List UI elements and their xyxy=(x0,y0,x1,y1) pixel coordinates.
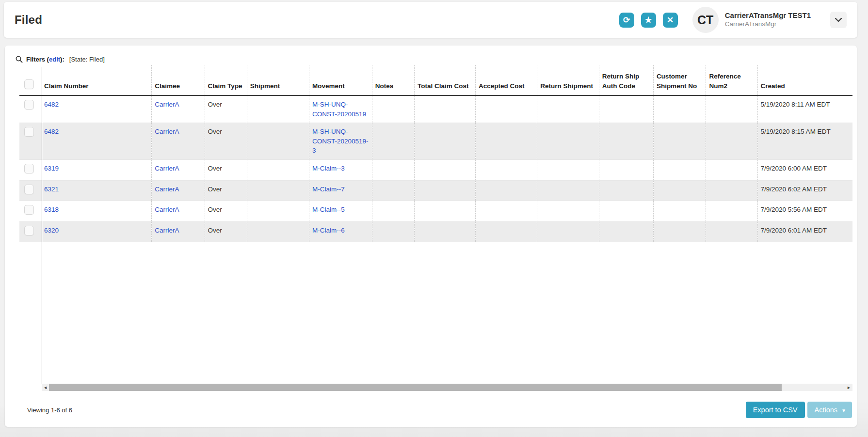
claim-number-link[interactable]: 6318 xyxy=(44,206,59,213)
row-checkbox-cell xyxy=(19,201,41,222)
claimee-link[interactable]: CarrierA xyxy=(155,128,179,135)
cell-return-ship-auth-code xyxy=(599,123,653,160)
row-checkbox[interactable] xyxy=(24,185,34,194)
actions-dropdown-button[interactable]: Actions▼ xyxy=(807,402,852,418)
cell-return-ship-auth-code xyxy=(599,201,653,222)
refresh-button[interactable]: ⟳ xyxy=(619,13,634,28)
cell-shipment xyxy=(247,221,309,242)
cell-accepted-cost xyxy=(475,159,537,180)
chevron-down-icon xyxy=(835,16,842,24)
cell-movement: M-Claim--7 xyxy=(309,180,372,201)
claim-number-link[interactable]: 6482 xyxy=(44,101,59,108)
cell-reference-num2 xyxy=(706,123,757,160)
cell-accepted-cost xyxy=(475,201,537,222)
close-icon: ✕ xyxy=(667,16,674,24)
cell-customer-shipment-no xyxy=(653,95,706,123)
row-checkbox-cell xyxy=(19,123,41,160)
movement-link[interactable]: M-SH-UNQ-CONST-20200519-3 xyxy=(312,128,369,154)
scrollbar-thumb[interactable] xyxy=(49,384,782,391)
claim-number-link[interactable]: 6319 xyxy=(44,165,59,172)
user-name: CarrierATransMgr TEST1 xyxy=(725,11,811,20)
scrollbar-track[interactable] xyxy=(49,384,845,391)
claimee-link[interactable]: CarrierA xyxy=(155,165,179,172)
column-header-return-ship-auth-code[interactable]: Return ShipAuth Code xyxy=(599,65,653,95)
cell-claimee: CarrierA xyxy=(152,201,205,222)
row-checkbox[interactable] xyxy=(24,100,34,109)
cell-claimee: CarrierA xyxy=(152,159,205,180)
cell-created: 7/9/2020 6:01 AM EDT xyxy=(757,221,852,242)
favorite-icon: ★ xyxy=(645,16,652,24)
row-checkbox[interactable] xyxy=(24,164,34,173)
row-checkbox[interactable] xyxy=(24,127,34,137)
user-role: CarrierATransMgr xyxy=(725,20,811,29)
cell-shipment xyxy=(247,95,309,123)
header-icon-buttons: ⟳★✕ xyxy=(612,13,678,28)
cell-total-claim-cost xyxy=(414,123,475,160)
column-header-shipment[interactable]: Shipment xyxy=(247,65,309,95)
column-header-claim-type[interactable]: Claim Type xyxy=(205,65,247,95)
claimee-link[interactable]: CarrierA xyxy=(155,101,179,108)
scroll-right-arrow[interactable]: ► xyxy=(845,384,852,391)
claimee-link[interactable]: CarrierA xyxy=(155,186,179,193)
select-all-header-cell xyxy=(19,65,41,95)
cell-total-claim-cost xyxy=(414,221,475,242)
cell-total-claim-cost xyxy=(414,95,475,123)
horizontal-scrollbar[interactable]: ◄ ► xyxy=(42,384,852,391)
column-header-accepted-cost[interactable]: Accepted Cost xyxy=(475,65,537,95)
claims-panel: Filters (edit): [State: Filed] Claim Num… xyxy=(5,46,857,427)
cell-notes xyxy=(372,159,414,180)
claimee-link[interactable]: CarrierA xyxy=(155,227,179,234)
claim-number-link[interactable]: 6482 xyxy=(44,128,59,135)
movement-link[interactable]: M-Claim--3 xyxy=(312,165,345,172)
table-viewport: Claim NumberClaimeeClaim TypeShipmentMov… xyxy=(19,65,852,384)
select-all-checkbox[interactable] xyxy=(24,79,34,89)
filters-state-text: [State: Filed] xyxy=(69,56,105,63)
cell-claim-type: Over xyxy=(205,201,247,222)
filters-bar: Filters (edit): [State: Filed] xyxy=(5,46,857,65)
row-checkbox-cell xyxy=(19,180,41,201)
movement-link[interactable]: M-SH-UNQ-CONST-20200519 xyxy=(312,101,366,118)
table-row: 6482CarrierAOverM-SH-UNQ-CONST-202005195… xyxy=(19,95,852,123)
column-header-customer-shipment-no[interactable]: CustomerShipment No xyxy=(653,65,706,95)
cell-notes xyxy=(372,180,414,201)
cell-reference-num2 xyxy=(706,201,757,222)
filters-edit-link[interactable]: edit xyxy=(49,56,60,63)
scroll-left-arrow[interactable]: ◄ xyxy=(42,384,49,391)
column-header-notes[interactable]: Notes xyxy=(372,65,414,95)
movement-link[interactable]: M-Claim--6 xyxy=(312,227,345,234)
user-menu-button[interactable] xyxy=(830,12,847,28)
column-header-movement[interactable]: Movement xyxy=(309,65,372,95)
favorite-button[interactable]: ★ xyxy=(641,13,656,28)
table-row: 6318CarrierAOverM-Claim--57/9/2020 5:56 … xyxy=(19,201,852,222)
cell-customer-shipment-no xyxy=(653,123,706,160)
close-button[interactable]: ✕ xyxy=(663,13,678,28)
movement-link[interactable]: M-Claim--5 xyxy=(312,206,345,213)
avatar[interactable]: CT xyxy=(692,7,719,33)
row-checkbox[interactable] xyxy=(24,205,34,215)
claimee-link[interactable]: CarrierA xyxy=(155,206,179,213)
column-header-claimee[interactable]: Claimee xyxy=(152,65,205,95)
table-row: 6320CarrierAOverM-Claim--67/9/2020 6:01 … xyxy=(19,221,852,242)
checkbox-column-divider xyxy=(42,67,42,384)
row-checkbox[interactable] xyxy=(24,226,34,235)
cell-shipment xyxy=(247,159,309,180)
cell-customer-shipment-no xyxy=(653,180,706,201)
filters-label-suffix: ): xyxy=(60,56,64,63)
column-header-created[interactable]: Created xyxy=(757,65,852,95)
movement-link[interactable]: M-Claim--7 xyxy=(312,186,345,193)
cell-notes xyxy=(372,95,414,123)
column-header-return-shipment[interactable]: Return Shipment xyxy=(537,65,599,95)
column-header-total-claim-cost[interactable]: Total Claim Cost xyxy=(414,65,475,95)
cell-created: 5/19/2020 8:15 AM EDT xyxy=(757,123,852,160)
cell-return-ship-auth-code xyxy=(599,159,653,180)
column-header-claim-number[interactable]: Claim Number xyxy=(41,65,152,95)
cell-movement: M-SH-UNQ-CONST-20200519-3 xyxy=(309,123,372,160)
cell-claim-type: Over xyxy=(205,159,247,180)
column-header-reference-num2[interactable]: ReferenceNum2 xyxy=(706,65,757,95)
cell-return-shipment xyxy=(537,123,599,160)
cell-return-ship-auth-code xyxy=(599,180,653,201)
cell-return-ship-auth-code xyxy=(599,221,653,242)
claim-number-link[interactable]: 6321 xyxy=(44,186,59,193)
claim-number-link[interactable]: 6320 xyxy=(44,227,59,234)
export-to-csv-button[interactable]: Export to CSV xyxy=(746,402,805,418)
